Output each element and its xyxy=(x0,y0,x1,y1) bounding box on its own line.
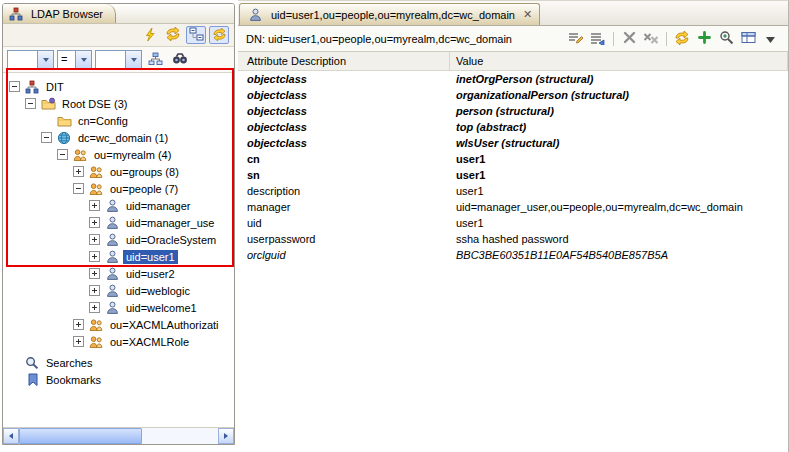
add-attribute-button[interactable] xyxy=(694,30,714,48)
collapse-all-icon xyxy=(189,27,204,43)
table-row[interactable]: cn user1 xyxy=(238,151,788,167)
tree-item-ou-groups[interactable]: ou=groups (8) xyxy=(3,163,234,180)
value-editor-button[interactable] xyxy=(566,30,586,48)
quick-search-operator-combo[interactable]: = xyxy=(57,50,92,69)
tree-item-uid-user1[interactable]: uid=user1 xyxy=(3,248,234,265)
value-cell: top (abstract) xyxy=(450,121,788,133)
tree-item-ou-xacmlrole[interactable]: ou=XACMLRole xyxy=(3,333,234,350)
tree-item-uid-manager[interactable]: uid=manager xyxy=(3,197,234,214)
quick-search-attribute-combo[interactable] xyxy=(7,50,54,69)
tree-item-uid-manager-user[interactable]: uid=manager_use xyxy=(3,214,234,231)
tree-item-uid-weblogic[interactable]: uid=weblogic xyxy=(3,282,234,299)
root-dse-icon xyxy=(40,97,56,111)
chevron-down-icon[interactable] xyxy=(37,51,53,68)
tab-entry-uid-user1[interactable]: uid=user1,ou=people,ou=myrealm,dc=wc_dom… xyxy=(239,3,540,25)
view-toolbar xyxy=(3,24,234,47)
tree-item-ou-people[interactable]: ou=people (7) xyxy=(3,180,234,197)
column-header-attribute[interactable]: Attribute Description xyxy=(238,52,450,70)
ldap-tree: DIT Root DSE (3) cn=Config dc=wc_domain … xyxy=(3,73,234,427)
link-with-editor-button[interactable] xyxy=(209,26,229,44)
table-row[interactable]: orclguid BBC3BE60351B11E0AF54B540BE857B5… xyxy=(238,247,788,263)
expand-expander-icon[interactable] xyxy=(89,285,100,296)
value-cell: person (structural) xyxy=(450,105,788,117)
collapse-expander-icon[interactable] xyxy=(9,81,20,92)
table-row[interactable]: userpassword ssha hashed password xyxy=(238,231,788,247)
table-row[interactable]: objectclass person (structural) xyxy=(238,103,788,119)
search-button[interactable] xyxy=(169,50,190,70)
collapse-expander-icon[interactable] xyxy=(73,183,84,194)
subtree-search-button[interactable] xyxy=(145,50,166,70)
tree-item-ou-xacmlauthorization[interactable]: ou=XACMLAuthorizati xyxy=(3,316,234,333)
table-row[interactable]: manager uid=manager_user,ou=people,ou=my… xyxy=(238,199,788,215)
chevron-down-icon[interactable] xyxy=(75,51,91,68)
zoom-button[interactable] xyxy=(716,30,736,48)
expand-expander-icon[interactable] xyxy=(73,336,84,347)
tree-item-ou-myrealm[interactable]: ou=myrealm (4) xyxy=(3,146,234,163)
collapse-expander-icon[interactable] xyxy=(25,98,36,109)
attribute-table-header: Attribute Description Value xyxy=(238,52,788,71)
tree-item-uid-user2[interactable]: uid=user2 xyxy=(3,265,234,282)
scrollbar-track[interactable] xyxy=(19,428,218,444)
tree-item-searches[interactable]: Searches xyxy=(3,354,234,371)
attribute-cell: uid xyxy=(238,217,450,229)
tree-item-bookmarks[interactable]: Bookmarks xyxy=(3,371,234,388)
org-unit-icon xyxy=(72,148,88,162)
close-icon[interactable]: ✕ xyxy=(523,8,532,21)
tree-item-label-selected: uid=user1 xyxy=(123,250,178,264)
chevron-down-icon[interactable] xyxy=(125,51,141,68)
delete-all-button[interactable] xyxy=(641,30,661,48)
tree-item-uid-oraclesystem[interactable]: uid=OracleSystem xyxy=(3,231,234,248)
person-icon xyxy=(104,250,120,264)
dit-icon xyxy=(24,80,40,94)
horizontal-scrollbar[interactable] xyxy=(3,427,234,444)
collapse-expander-icon[interactable] xyxy=(57,149,68,160)
expand-expander-icon[interactable] xyxy=(73,166,84,177)
scrollbar-thumb[interactable] xyxy=(19,428,142,444)
quick-search-bar: = xyxy=(3,47,234,73)
attribute-cell: sn xyxy=(238,169,450,181)
quick-search-value-combo[interactable] xyxy=(95,50,142,69)
table-row[interactable]: uid user1 xyxy=(238,215,788,231)
collapse-expander-icon[interactable] xyxy=(41,132,52,143)
tree-item-dit[interactable]: DIT xyxy=(3,78,234,95)
connect-button[interactable] xyxy=(140,26,160,44)
table-row[interactable]: objectclass organizationalPerson (struct… xyxy=(238,87,788,103)
expand-expander-icon[interactable] xyxy=(73,319,84,330)
expand-expander-icon[interactable] xyxy=(89,217,100,228)
expand-expander-icon[interactable] xyxy=(89,234,100,245)
delete-button[interactable] xyxy=(619,30,639,48)
expand-expander-icon[interactable] xyxy=(89,268,100,279)
person-icon xyxy=(104,199,120,213)
expand-expander-icon[interactable] xyxy=(89,302,100,313)
refresh-button[interactable] xyxy=(163,26,183,44)
expand-expander-icon[interactable] xyxy=(89,251,100,262)
value-cell: user1 xyxy=(450,169,788,181)
table-row[interactable]: objectclass top (abstract) xyxy=(238,119,788,135)
bookmarks-icon xyxy=(24,373,40,387)
table-row[interactable]: sn user1 xyxy=(238,167,788,183)
scroll-right-button[interactable] xyxy=(218,428,234,444)
refresh-button[interactable] xyxy=(672,30,692,48)
tab-ldap-browser[interactable]: LDAP Browser xyxy=(3,4,116,23)
collapse-all-button[interactable] xyxy=(186,26,206,44)
tree-item-uid-welcome1[interactable]: uid=welcome1 xyxy=(3,299,234,316)
entry-editor-toolbar xyxy=(566,30,780,48)
view-menu-button[interactable] xyxy=(760,30,780,48)
tree-item-root-dse[interactable]: Root DSE (3) xyxy=(3,95,234,112)
tree-item-label: uid=welcome1 xyxy=(123,301,200,315)
column-header-value[interactable]: Value xyxy=(450,52,788,70)
expand-expander-icon[interactable] xyxy=(89,200,100,211)
table-row[interactable]: objectclass inetOrgPerson (structural) xyxy=(238,71,788,87)
tree-item-dc-wc-domain[interactable]: dc=wc_domain (1) xyxy=(3,129,234,146)
table-row[interactable]: objectclass wlsUser (structural) xyxy=(238,135,788,151)
entry-wizard-button[interactable] xyxy=(588,30,608,48)
tree-item-label: cn=Config xyxy=(75,114,131,128)
value-cell: user1 xyxy=(450,185,788,197)
tree-item-cn-config[interactable]: cn=Config xyxy=(3,112,234,129)
tree-item-label: DIT xyxy=(43,80,67,94)
arrow-left-icon xyxy=(9,433,13,439)
table-row[interactable]: description user1 xyxy=(238,183,788,199)
scroll-left-button[interactable] xyxy=(3,428,19,444)
delete-all-icon xyxy=(643,31,659,46)
settings-button[interactable] xyxy=(738,30,758,48)
